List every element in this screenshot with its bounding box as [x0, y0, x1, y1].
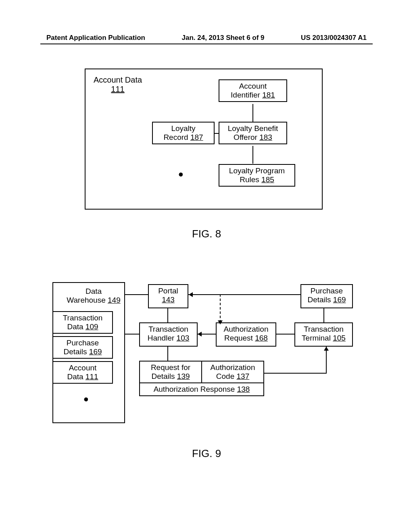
authorization-code: Authorization Code 137 — [202, 362, 263, 382]
purchase-details-box: Purchase Details 169 — [300, 284, 353, 308]
figure-8-caption: FIG. 8 — [0, 228, 413, 240]
loyalty-rules-box: Loyalty Program Rules 185 — [219, 164, 295, 187]
authorization-response-label: Authorization Response 138 — [140, 382, 263, 395]
page-header: Patent Application Publication Jan. 24, … — [46, 34, 367, 42]
connector — [167, 308, 168, 322]
connector — [276, 334, 294, 335]
data-warehouse-box: Data Warehouse 149 Transaction Data 109 … — [52, 282, 125, 423]
arrow-icon — [218, 320, 223, 324]
connector — [252, 104, 253, 122]
ellipsis-dots: ••• — [179, 173, 184, 175]
connector — [323, 308, 324, 322]
connector — [215, 133, 219, 134]
authorization-request-box: Authorization Request 168 — [216, 322, 276, 347]
header-right: US 2013/0024307 A1 — [301, 34, 367, 42]
connector — [188, 294, 300, 295]
account-data-label: Account Data 111 — [94, 75, 142, 94]
connector — [326, 347, 327, 374]
portal-box: Portal143 — [148, 284, 188, 308]
account-data-box: Account Data 111 — [52, 361, 113, 384]
header-center: Jan. 24, 2013 Sheet 6 of 9 — [182, 34, 265, 42]
loyalty-benefit-box: Loyalty Benefit Offeror 183 — [219, 122, 287, 144]
data-warehouse-label: Data Warehouse 149 — [65, 287, 122, 305]
figure-8: Account Data 111 Account Identifier 181 … — [85, 69, 323, 210]
arrow-icon — [189, 292, 193, 297]
connector — [252, 146, 253, 164]
request-for-details: Request for Details 139 — [140, 362, 202, 382]
header-rule — [40, 44, 373, 44]
patent-page: Patent Application Publication Jan. 24, … — [0, 0, 413, 532]
arrow-icon — [324, 347, 329, 351]
connector — [124, 334, 139, 335]
authorization-response-box: Request for Details 139 Authorization Co… — [139, 361, 264, 396]
figure-9: Data Warehouse 149 Transaction Data 109 … — [52, 282, 359, 435]
dashed-connector — [220, 294, 221, 322]
purchase-details-dw-box: Purchase Details 169 — [52, 336, 113, 359]
header-left: Patent Application Publication — [46, 34, 145, 42]
account-identifier-box: Account Identifier 181 — [219, 79, 287, 102]
transaction-data-box: Transaction Data 109 — [52, 311, 113, 334]
loyalty-record-box: Loyalty Record 187 — [152, 122, 215, 144]
connector — [264, 373, 327, 374]
figure-9-caption: FIG. 9 — [0, 447, 413, 460]
transaction-terminal-box: Transaction Terminal 105 — [294, 322, 353, 347]
arrow-icon — [198, 332, 202, 337]
ellipsis-dots: ••• — [84, 398, 89, 400]
connector — [124, 294, 148, 295]
transaction-handler-box: Transaction Handler 103 — [139, 322, 198, 347]
connector — [167, 347, 168, 361]
